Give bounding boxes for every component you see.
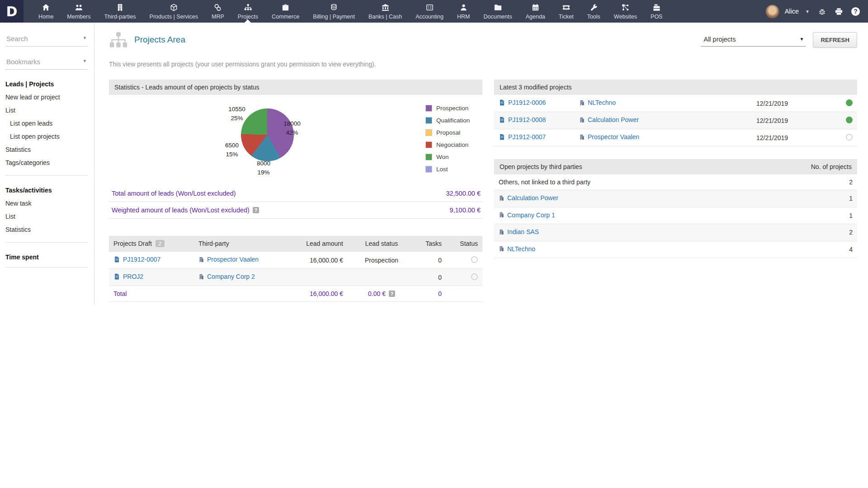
legend-item: Prospection	[425, 102, 470, 114]
nav-item-mrp[interactable]: MRP	[205, 0, 231, 23]
status-dot[interactable]	[471, 256, 478, 263]
project-filter-select[interactable]: All projects ▼	[701, 33, 806, 47]
third-party-link[interactable]: NLTechno	[499, 245, 535, 253]
building-icon	[198, 256, 204, 263]
project-filter-value: All projects	[703, 36, 736, 43]
ledger-icon	[425, 3, 434, 12]
project-ref-link[interactable]: PJ1912-0006	[499, 99, 546, 106]
help-icon[interactable]: ?	[851, 7, 860, 16]
legend-swatch	[425, 141, 432, 148]
project-ref-link[interactable]: PROJ2	[113, 273, 143, 280]
nav-item-tools[interactable]: Tools	[580, 0, 607, 23]
bookmarks-input[interactable]	[5, 56, 88, 70]
search-input[interactable]	[5, 33, 88, 47]
user-name[interactable]: Alice	[785, 8, 799, 15]
status-dot[interactable]	[846, 117, 853, 123]
refresh-button[interactable]: REFRESH	[813, 32, 857, 48]
nav-item-billing-payment[interactable]: Billing | Payment	[306, 0, 362, 23]
active-tab-caret	[245, 19, 251, 23]
status-dot[interactable]	[846, 134, 853, 141]
third-party-link[interactable]: Company Corp 1	[499, 211, 555, 219]
latest-projects-table: PJ1912-0006 NLTechno 12/21/2019 PJ1912-0…	[494, 95, 857, 146]
folder-icon	[494, 3, 502, 12]
chevron-down-icon: ▼	[805, 9, 810, 14]
col-third-party: Third-party	[194, 236, 278, 251]
cash-register-icon	[652, 3, 661, 12]
nav-item-members[interactable]: Members	[60, 0, 97, 23]
col-lead-amount: Lead amount	[278, 236, 348, 251]
app-logo[interactable]: D	[0, 0, 24, 23]
total-amount-value: 32,500.00 €	[446, 190, 481, 197]
dolibarr-logo-letter: D	[6, 4, 18, 19]
sidebar-item-tags-categories[interactable]: Tags/categories	[5, 156, 88, 169]
weighted-amount-value: 9,100.00 €	[449, 206, 481, 214]
nav-item-home[interactable]: Home	[32, 0, 60, 23]
projects-draft-table: Projects Draft2 Third-party Lead amount …	[109, 236, 482, 302]
legend-swatch	[425, 105, 432, 112]
nav-item-commerce[interactable]: Commerce	[265, 0, 306, 23]
open-projects-title: Open projects by third parties	[500, 163, 582, 170]
sidebar-item-new-task[interactable]: New task	[5, 197, 88, 210]
third-party-link[interactable]: Calculation Power	[579, 116, 639, 123]
legend-item: Won	[425, 151, 470, 163]
sidebar-item-tasks-list[interactable]: List	[5, 210, 88, 223]
legend-item: Qualification	[425, 114, 470, 127]
divider	[5, 175, 88, 176]
sidebar-item-list-open-leads[interactable]: List open leads	[5, 117, 88, 130]
nav-item-banks-cash[interactable]: Banks | Cash	[362, 0, 409, 23]
briefcase-icon	[281, 3, 290, 12]
project-ref-link[interactable]: PJ1912-0007	[499, 133, 546, 141]
sidebar-item-list[interactable]: List	[5, 103, 88, 117]
sidebar-item-tasks-statistics[interactable]: Statistics	[5, 223, 88, 236]
bug-icon[interactable]	[818, 7, 826, 16]
nav-item-products-services[interactable]: Products | Services	[143, 0, 205, 23]
third-party-link[interactable]: Calculation Power	[499, 194, 558, 202]
total-lead-amount: 16,000.00 €	[278, 286, 348, 301]
col-projects-draft: Projects Draft2	[109, 236, 194, 251]
sidebar-item-statistics[interactable]: Statistics	[5, 143, 88, 156]
status-dot[interactable]	[846, 99, 853, 106]
nav-item-projects[interactable]: Projects	[231, 0, 265, 23]
total-tasks: 0	[415, 286, 446, 301]
project-doc-icon	[499, 99, 505, 106]
legend-swatch	[425, 129, 432, 136]
table-row: Calculation Power 1	[494, 190, 857, 207]
third-party-link[interactable]: Indian SAS	[499, 228, 539, 235]
building-icon	[198, 273, 204, 280]
status-dot[interactable]	[471, 273, 478, 280]
latest-projects-header: Latest 3 modified projects	[494, 80, 857, 95]
nodes-icon	[621, 3, 630, 12]
lead-status-cell: Prospection	[348, 253, 415, 268]
nav-item-hrm[interactable]: HRM	[450, 0, 476, 23]
third-party-link[interactable]: Prospector Vaalen	[198, 256, 259, 263]
third-party-link[interactable]: Prospector Vaalen	[579, 133, 639, 141]
pie-label-prospection: 1800042%	[276, 119, 308, 137]
project-count: 2	[794, 225, 857, 240]
help-badge-icon[interactable]: ?	[253, 207, 259, 213]
building-icon	[499, 195, 505, 202]
project-ref-link[interactable]: PJ1912-0007	[113, 256, 160, 263]
nav-item-agenda[interactable]: Agenda	[519, 0, 552, 23]
nav-item-documents[interactable]: Documents	[476, 0, 519, 23]
nav-item-pos[interactable]: POS	[644, 0, 669, 23]
help-badge-icon[interactable]: ?	[389, 291, 395, 297]
user-avatar[interactable]	[765, 5, 779, 19]
third-party-link[interactable]: NLTechno	[579, 99, 616, 106]
main-menu: Home Members Third-parties Products | Se…	[32, 0, 669, 23]
permissions-intro-text: This view presents all projects (your us…	[109, 61, 857, 68]
building-icon	[579, 99, 585, 106]
nav-item-accounting[interactable]: Accounting	[409, 0, 450, 23]
pie-label-qualification: 800019%	[249, 159, 278, 177]
sidebar-item-new-lead-or-project[interactable]: New lead or project	[5, 90, 88, 103]
nav-item-third-parties[interactable]: Third-parties	[97, 0, 142, 23]
third-party-link[interactable]: Company Corp 2	[198, 273, 255, 280]
total-weighted: 0.00 €?	[348, 286, 415, 301]
latest-projects-title: Latest 3 modified projects	[500, 84, 572, 91]
nav-item-websites[interactable]: Websites	[607, 0, 644, 23]
project-ref-link[interactable]: PJ1912-0008	[499, 116, 546, 123]
legend-swatch	[425, 117, 432, 124]
sidebar-item-list-open-projects[interactable]: List open projects	[5, 130, 88, 143]
nav-item-ticket[interactable]: Ticket	[552, 0, 580, 23]
ticket-icon	[562, 3, 571, 12]
printer-icon[interactable]	[835, 7, 843, 16]
